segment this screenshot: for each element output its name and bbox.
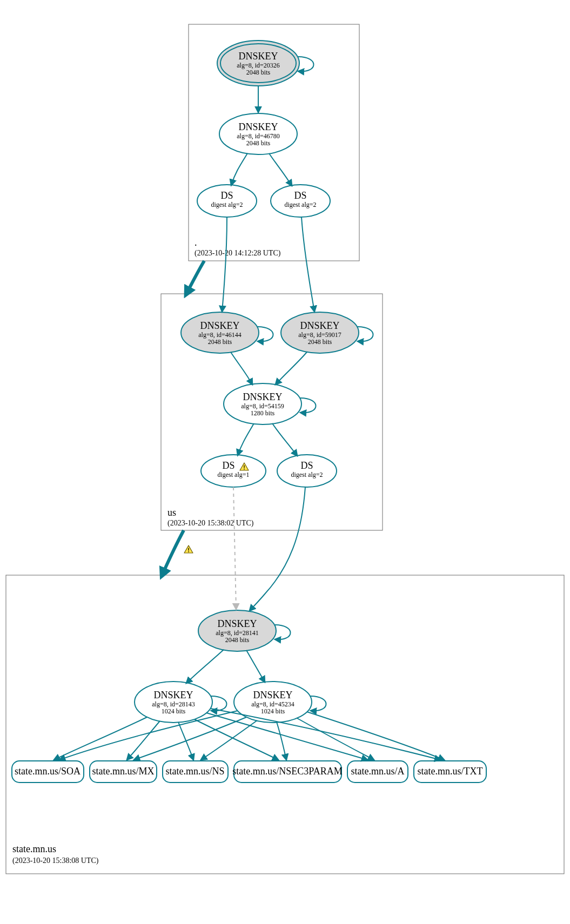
self-loop: [311, 696, 326, 711]
zone-box-leaf: [6, 575, 564, 874]
rr-mx[interactable]: state.mn.us/MX: [90, 761, 157, 783]
node-sub2: 2048 bits: [246, 139, 271, 147]
edge: [301, 217, 314, 312]
rr-ns[interactable]: state.mn.us/NS: [163, 761, 228, 783]
edge: [297, 718, 374, 760]
zone-leaf-name: state.mn.us: [12, 844, 56, 854]
node-sub1: digest alg=2: [291, 471, 323, 478]
node-root-zsk[interactable]: DNSKEY alg=8, id=46780 2048 bits: [219, 113, 297, 154]
node-label: DNSKEY: [217, 618, 257, 629]
rr-nsec3param[interactable]: state.mn.us/NSEC3PARAM: [232, 761, 342, 783]
node-label: DNSKEY: [200, 320, 239, 331]
rr-a[interactable]: state.mn.us/A: [347, 761, 408, 783]
node-sub1: digest alg=2: [211, 201, 243, 208]
node-us-ksk2[interactable]: DNSKEY alg=8, id=59017 2048 bits: [281, 312, 359, 353]
edge-dashed: [233, 487, 236, 609]
edge: [231, 352, 252, 385]
edge: [276, 352, 307, 385]
node-root-ds2[interactable]: DS digest alg=2: [271, 185, 330, 217]
edge: [231, 153, 247, 185]
node-leaf-zsk2[interactable]: DNSKEY alg=8, id=45234 1024 bits: [234, 682, 312, 723]
node-sub1: alg=8, id=45234: [251, 700, 294, 708]
node-sub1: alg=8, id=28141: [216, 629, 259, 637]
node-label: DNSKEY: [238, 122, 278, 132]
rr-label: state.mn.us/NSEC3PARAM: [232, 766, 342, 777]
node-sub2: 1280 bits: [251, 409, 275, 417]
node-sub2: 2048 bits: [225, 636, 250, 644]
node-label: DNSKEY: [243, 392, 282, 402]
node-us-ksk1[interactable]: DNSKEY alg=8, id=46144 2048 bits: [181, 312, 259, 353]
edge: [277, 722, 286, 760]
edge: [269, 153, 292, 186]
edge: [195, 719, 278, 760]
self-loop: [258, 327, 273, 341]
node-sub1: alg=8, id=54159: [241, 402, 284, 410]
warning-icon: [184, 545, 193, 553]
node-sub2: 1024 bits: [261, 707, 285, 715]
node-leaf-zsk1[interactable]: DNSKEY alg=8, id=28143 1024 bits: [135, 682, 212, 723]
node-label: DNSKEY: [238, 51, 278, 62]
node-sub2: 1024 bits: [162, 707, 186, 715]
self-loop: [300, 398, 316, 413]
node-root-ds1[interactable]: DS digest alg=2: [197, 185, 257, 217]
node-label: DS: [222, 460, 234, 471]
node-leaf-ksk[interactable]: DNSKEY alg=8, id=28141 2048 bits: [198, 610, 276, 651]
zone-us-name: us: [167, 507, 176, 518]
edge: [134, 717, 246, 760]
node-us-ds1[interactable]: DS digest alg=1: [201, 455, 266, 487]
edge: [250, 487, 305, 611]
node-sub1: alg=8, id=28143: [152, 700, 195, 708]
delegation-arrow: [162, 530, 184, 575]
rr-label: state.mn.us/MX: [92, 766, 155, 777]
edge: [127, 721, 160, 760]
edge: [307, 712, 444, 760]
node-label: DNSKEY: [153, 690, 193, 700]
rr-soa[interactable]: state.mn.us/SOA: [12, 761, 84, 783]
rr-label: state.mn.us/TXT: [418, 766, 483, 777]
node-sub1: alg=8, id=46780: [237, 132, 280, 140]
node-us-ds2[interactable]: DS digest alg=2: [277, 455, 337, 487]
edge: [272, 423, 297, 456]
node-sub1: alg=8, id=46144: [198, 331, 242, 339]
node-sub1: digest alg=1: [217, 471, 249, 478]
rr-txt[interactable]: state.mn.us/TXT: [414, 761, 486, 783]
zone-root-timestamp: (2023-10-20 14:12:28 UTC): [195, 249, 281, 258]
edge: [186, 650, 224, 683]
node-sub1: alg=8, id=20326: [237, 62, 280, 69]
rr-label: state.mn.us/A: [351, 766, 405, 777]
node-label: DS: [220, 190, 233, 201]
zone-root-name: .: [195, 237, 197, 248]
node-label: DNSKEY: [300, 320, 339, 331]
edge: [238, 423, 254, 455]
self-loop: [298, 57, 314, 71]
rr-label: state.mn.us/NS: [165, 766, 224, 777]
rr-label: state.mn.us/SOA: [15, 766, 81, 777]
node-label: DS: [300, 460, 313, 471]
self-loop: [275, 625, 291, 639]
self-loop: [358, 327, 373, 341]
edge: [246, 650, 265, 682]
node-sub2: 2048 bits: [246, 69, 271, 76]
edge: [222, 217, 227, 312]
node-sub1: alg=8, id=59017: [298, 331, 341, 339]
node-sub1: digest alg=2: [284, 201, 316, 208]
node-us-zsk[interactable]: DNSKEY alg=8, id=54159 1280 bits: [224, 383, 301, 424]
delegation-arrow: [186, 261, 204, 294]
zone-leaf-timestamp: (2023-10-20 15:38:08 UTC): [12, 856, 99, 865]
node-sub2: 2048 bits: [308, 338, 332, 346]
node-root-ksk[interactable]: DNSKEY alg=8, id=20326 2048 bits: [217, 41, 299, 86]
node-label: DS: [294, 190, 306, 201]
node-label: DNSKEY: [253, 690, 292, 700]
zone-us-timestamp: (2023-10-20 15:38:02 UTC): [167, 519, 254, 528]
node-sub2: 2048 bits: [208, 338, 232, 346]
